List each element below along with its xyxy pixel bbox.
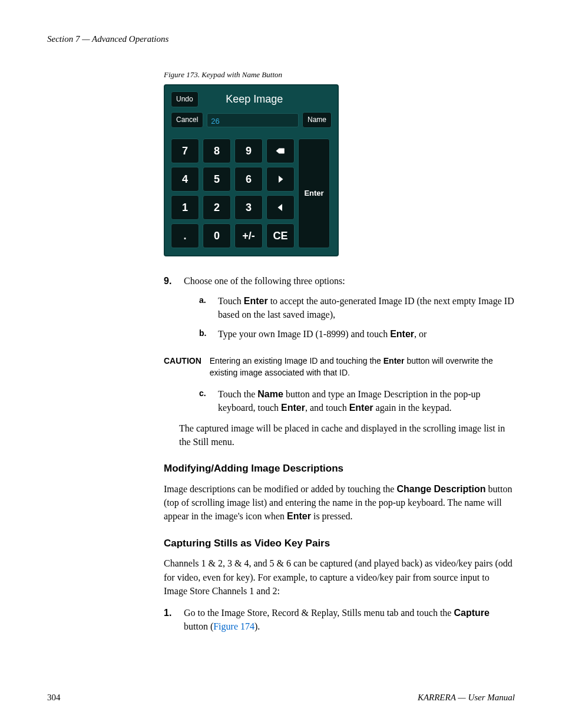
step-9a-number: a. <box>199 294 210 321</box>
capture-intro: Channels 1 & 2, 3 & 4, and 5 & 6 can be … <box>164 556 515 598</box>
key-3[interactable]: 3 <box>234 195 263 220</box>
undo-button[interactable]: Undo <box>171 91 199 107</box>
key-9[interactable]: 9 <box>234 139 263 163</box>
capture-step1-text: Go to the Image Store, Record & Replay, … <box>184 606 515 633</box>
footer-right: KARRERA — User Manual <box>418 691 515 704</box>
arrow-right-icon[interactable] <box>266 167 295 192</box>
step-9c-text: Touch the Name button and type an Image … <box>218 387 515 414</box>
name-button[interactable]: Name <box>302 112 332 128</box>
page-header: Section 7 — Advanced Operations <box>47 33 515 46</box>
step-9b-number: b. <box>199 327 210 341</box>
key-dot[interactable]: . <box>171 223 199 248</box>
caution-text: Entering an existing Image ID and touchi… <box>210 355 515 379</box>
caution-label: CAUTION <box>164 355 201 379</box>
capture-step1-number: 1. <box>164 606 176 633</box>
key-4[interactable]: 4 <box>171 167 199 192</box>
key-0[interactable]: 0 <box>203 223 231 248</box>
keypad-panel: Undo Keep Image Cancel 26 Name 7 8 9 4 5… <box>164 84 339 257</box>
capture-heading: Capturing Stills as Video Key Pairs <box>164 536 515 551</box>
step-9-text: Choose one of the following three option… <box>184 276 345 286</box>
modify-paragraph: Image descriptions can be modified or ad… <box>164 482 515 523</box>
modify-heading: Modifying/Adding Image Descriptions <box>164 462 515 476</box>
page-number: 304 <box>47 691 61 704</box>
step-9-number: 9. <box>164 274 176 347</box>
step-9c-number: c. <box>199 387 210 414</box>
key-2[interactable]: 2 <box>203 195 231 220</box>
figure-174-link[interactable]: Figure 174 <box>213 621 254 631</box>
key-8[interactable]: 8 <box>203 139 231 163</box>
step-result: The captured image will be placed in cac… <box>179 421 515 449</box>
key-6[interactable]: 6 <box>234 167 263 192</box>
keypad-title: Keep Image <box>199 91 310 107</box>
keypad-input[interactable]: 26 <box>207 113 299 127</box>
key-ce[interactable]: CE <box>266 223 295 248</box>
step-9a-text: Touch Enter to accept the auto-generated… <box>218 294 515 321</box>
backspace-icon[interactable] <box>266 139 295 163</box>
figure-caption: Figure 173. Keypad with Name Button <box>164 70 515 81</box>
key-5[interactable]: 5 <box>203 167 231 192</box>
key-plusminus[interactable]: +/- <box>234 223 263 248</box>
arrow-left-icon[interactable] <box>266 195 295 220</box>
step-9b-text: Type your own Image ID (1-8999) and touc… <box>218 327 427 341</box>
cancel-button[interactable]: Cancel <box>171 112 203 128</box>
key-1[interactable]: 1 <box>171 195 199 220</box>
key-7[interactable]: 7 <box>171 139 199 163</box>
enter-button[interactable]: Enter <box>298 139 330 248</box>
